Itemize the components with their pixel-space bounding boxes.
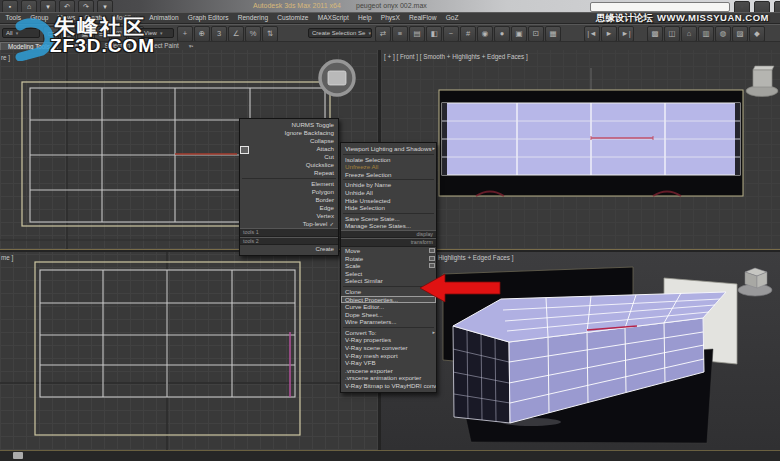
home-grid-icon[interactable]: ⌂ (681, 26, 697, 42)
curve-editor-icon[interactable]: ~ (443, 26, 459, 42)
unlink-selection-icon[interactable]: ◻ (60, 26, 76, 42)
render-production-icon[interactable]: ⊡ (528, 26, 544, 42)
menu-item-v-ray-mesh-export[interactable]: V-Ray mesh export (341, 352, 436, 360)
settings-box-icon[interactable] (429, 263, 435, 268)
orbit-icon[interactable]: ◍ (715, 26, 731, 42)
menu-item-vrscene-exporter[interactable]: .vrscene exporter (341, 367, 436, 375)
track-bar[interactable] (0, 450, 780, 461)
selection-set-dropdown[interactable]: Create Selection Se (308, 28, 372, 38)
layer-manager-icon[interactable]: ▤ (409, 26, 425, 42)
menu-item-manage-scene-states[interactable]: Manage Scene States... (341, 222, 436, 230)
menu-graph-editors[interactable]: Graph Editors (183, 13, 233, 23)
menu-item-repeat[interactable]: Repeat (240, 169, 338, 177)
menu-item-v-ray-properties[interactable]: V-Ray properties (341, 336, 436, 344)
menu-item-cut[interactable]: Cut (240, 153, 338, 161)
viewport-top-left-label[interactable]: re ] (1, 54, 10, 61)
select-and-move-icon[interactable]: + (177, 26, 193, 42)
menu-modifiers[interactable]: Modifiers (109, 13, 145, 23)
go-to-end-icon[interactable]: ►| (618, 26, 634, 42)
render-iterative-icon[interactable]: ▦ (545, 26, 561, 42)
spinner-snap-icon[interactable]: ⇅ (262, 26, 278, 42)
viewcube-perspective[interactable] (738, 268, 772, 296)
menu-item-attach[interactable]: Attach (240, 145, 338, 153)
menu-physx[interactable]: PhysX (376, 13, 404, 23)
menu-item-v-ray-scene-converter[interactable]: V-Ray scene converter (341, 344, 436, 352)
menu-item-vrscene-animation-exporter[interactable]: .vrscene animation exporter (341, 374, 436, 382)
menu-item-hide-selection[interactable]: Hide Selection (341, 204, 436, 212)
menu-goz[interactable]: GoZ (441, 13, 463, 23)
material-editor-icon[interactable]: ◉ (477, 26, 493, 42)
tab-selection[interactable]: Selection (97, 42, 137, 50)
menu-item-hide-unselected[interactable]: Hide Unselected (341, 197, 436, 205)
play-animation-icon[interactable]: ► (601, 26, 617, 42)
viewport-perspective-label[interactable]: Highlights + Edged Faces ] (438, 254, 513, 261)
menu-item-unfreeze-all[interactable]: Unfreeze All (341, 163, 436, 171)
maximize-viewport-icon[interactable]: ▨ (732, 26, 748, 42)
menu-realflow[interactable]: RealFlow (404, 13, 441, 23)
mirror-icon[interactable]: ⇄ (375, 26, 391, 42)
menu-item-unhide-all[interactable]: Unhide All (341, 189, 436, 197)
tab-object-paint[interactable]: Object Paint (137, 42, 185, 50)
select-by-name-icon[interactable]: ⊞ (111, 26, 127, 42)
menu-item-scale[interactable]: Scale (341, 262, 436, 270)
menu-animation[interactable]: Animation (145, 13, 184, 23)
isolate-icon[interactable]: ▥ (698, 26, 714, 42)
go-to-start-icon[interactable]: |◄ (584, 26, 600, 42)
menu-item-move[interactable]: Move (341, 247, 436, 255)
menu-item-wire-parameters[interactable]: Wire Parameters... (341, 318, 436, 326)
menu-item-collapse[interactable]: Collapse (240, 137, 338, 145)
menu-views[interactable]: Views (53, 13, 80, 23)
percent-snap-icon[interactable]: % (245, 26, 261, 42)
menu-item-viewport-lighting-and-shadows[interactable]: Viewport Lighting and Shadows▸ (341, 145, 436, 153)
viewport-bottom-left[interactable]: me ] (0, 252, 378, 450)
select-and-link-icon[interactable]: ▭ (43, 26, 59, 42)
viewcube-front[interactable] (746, 66, 778, 97)
menu-customize[interactable]: Customize (273, 13, 313, 23)
menu-item-edge[interactable]: Edge (240, 204, 338, 212)
menu-item-polygon[interactable]: Polygon (240, 188, 338, 196)
menu-item-nurms-toggle[interactable]: NURMS Toggle (240, 121, 338, 129)
menu-group[interactable]: Group (26, 13, 54, 23)
selection-filter-dropdown[interactable]: All (2, 28, 40, 38)
menu-create[interactable]: Create (80, 13, 109, 23)
menu-tools[interactable]: Tools (1, 13, 26, 23)
menu-item-save-scene-state[interactable]: Save Scene State... (341, 215, 436, 223)
menu-item-v-ray-bitmap-to-vrayhdri-converter[interactable]: V-Ray Bitmap to VRayHDRI converter (341, 382, 436, 390)
rendered-frame-icon[interactable]: ▣ (511, 26, 527, 42)
menu-item-freeze-selection[interactable]: Freeze Selection (341, 171, 436, 179)
select-and-rotate-icon[interactable]: ⊕ (194, 26, 210, 42)
settings-box-icon[interactable] (429, 248, 435, 253)
menu-maxscript[interactable]: MAXScript (313, 13, 353, 23)
graphite-ribbon-icon[interactable]: ◧ (426, 26, 442, 42)
menu-item-quickslice[interactable]: Quickslice (240, 161, 338, 169)
viewport-bottom-left-label[interactable]: me ] (1, 254, 13, 261)
align-icon[interactable]: ≡ (392, 26, 408, 42)
menu-item-create[interactable]: Create (240, 245, 338, 253)
bind-to-spacewarp-icon[interactable]: ▣ (77, 26, 93, 42)
infocenter-search[interactable] (590, 2, 730, 12)
menu-item-convert-to[interactable]: Convert To:▸ (341, 329, 436, 337)
tab-freeform[interactable]: Freeform (58, 42, 98, 50)
menu-help[interactable]: Help (353, 13, 376, 23)
viewport-front[interactable]: [ + ] [ Front ] [ Smooth + Highlights + … (381, 50, 780, 249)
menu-item-element[interactable]: Element (240, 180, 338, 188)
settings-box-icon[interactable] (429, 256, 435, 261)
menu-item-unhide-by-name[interactable]: Unhide by Name (341, 181, 436, 189)
time-slider-handle[interactable] (13, 452, 23, 459)
viewport-front-label[interactable]: [ + ] [ Front ] [ Smooth + Highlights + … (384, 53, 528, 60)
snaps-toggle-icon[interactable]: 3 (211, 26, 227, 42)
render-setup-icon[interactable]: ● (494, 26, 510, 42)
key-mode-icon[interactable]: ▩ (647, 26, 663, 42)
steering-wheel-widget[interactable] (320, 61, 354, 95)
ribbon-config-icon[interactable]: ▪ (191, 43, 193, 49)
menu-item-border[interactable]: Border (240, 196, 338, 204)
menu-item-top-level[interactable]: Top-level✓ (240, 220, 338, 228)
menu-item-rotate[interactable]: Rotate (341, 255, 436, 263)
time-config-icon[interactable]: ◫ (664, 26, 680, 42)
schematic-view-icon[interactable]: # (460, 26, 476, 42)
angle-snap-icon[interactable]: ∠ (228, 26, 244, 42)
menu-item-isolate-selection[interactable]: Isolate Selection (341, 156, 436, 164)
reference-coordinate-dropdown[interactable]: View (140, 28, 174, 38)
menu-item-vertex[interactable]: Vertex (240, 212, 338, 220)
menu-rendering[interactable]: Rendering (233, 13, 273, 23)
